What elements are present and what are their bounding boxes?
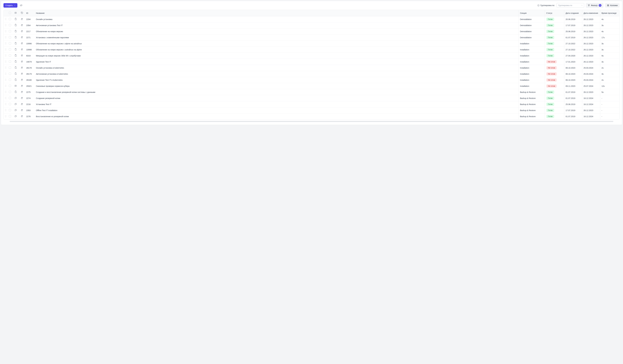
cell-name[interactable]: Обновление на новую версию с alpine на a… <box>35 40 518 47</box>
cell-name[interactable]: Установка с изменёнными паролями <box>35 35 518 40</box>
columns-button[interactable]: Колонки <box>605 3 620 8</box>
table-row[interactable]: 10996Обновление на новую версию с alpine… <box>4 40 619 47</box>
col-header-name[interactable]: Название <box>35 10 518 16</box>
cell-name[interactable]: Автономная установка Test IT <box>35 22 518 28</box>
drag-handle-icon[interactable] <box>5 18 6 20</box>
row-checkbox[interactable] <box>9 54 11 57</box>
table-row[interactable]: 28179Автономная установка в kubernetesIn… <box>4 71 619 77</box>
hand-icon <box>21 66 23 69</box>
drag-handle-icon[interactable] <box>5 48 6 51</box>
table-row[interactable]: 2276Восстановление из резервной копииBac… <box>4 113 619 120</box>
table-row[interactable]: 2204Онлайн установкаDeinstallationГотов2… <box>4 16 619 22</box>
row-checkbox[interactable] <box>9 91 11 93</box>
drag-handle-icon[interactable] <box>5 97 6 99</box>
scrollbar-thumb[interactable] <box>10 121 613 122</box>
drag-handle-icon[interactable] <box>5 66 6 69</box>
cell-modified: 26.12.2023 <box>582 47 600 53</box>
row-checkbox[interactable] <box>9 48 11 51</box>
cell-name[interactable]: Обновление на новую версию <box>35 28 518 35</box>
row-checkbox[interactable] <box>9 61 11 63</box>
drag-handle-icon[interactable] <box>5 42 6 44</box>
cell-name[interactable]: Удаление Test IT <box>35 59 518 65</box>
drag-handle-icon[interactable] <box>5 85 6 87</box>
horizontal-scrollbar[interactable] <box>3 121 620 123</box>
col-header-type[interactable] <box>13 10 19 16</box>
cell-name[interactable]: Смоковые проверки сервисов кубера <box>35 83 518 89</box>
create-button[interactable]: Создать <box>3 3 17 8</box>
cell-name[interactable]: Offline Test IT installation <box>35 107 518 113</box>
cell-name[interactable]: Миграция на новую версию 300к WI с атриб… <box>35 53 518 59</box>
cell-name[interactable]: Создание и восстановление резервной копи… <box>35 89 518 95</box>
col-header-created[interactable]: Дата создания <box>564 10 582 16</box>
select-all-checkbox[interactable] <box>9 12 11 14</box>
drag-handle-icon[interactable] <box>5 91 6 93</box>
table-row[interactable]: 29321Смоковые проверки сервисов кубераIn… <box>4 83 619 89</box>
row-checkbox[interactable] <box>9 97 11 99</box>
table-row[interactable]: 2275Создание и восстановление резервной … <box>4 89 619 95</box>
row-checkbox[interactable] <box>9 79 11 81</box>
filter-button[interactable]: Фильтр 1 <box>586 3 603 8</box>
cell-name[interactable]: Онлайн установка в kubernetes <box>35 65 518 71</box>
cell-status: Готов <box>545 35 564 40</box>
table-row[interactable]: 2216Установка Test ITBackup & RestoreГот… <box>4 101 619 107</box>
chevron-down-icon <box>14 4 16 6</box>
upload-button[interactable] <box>19 3 23 7</box>
col-header-id[interactable]: ID <box>25 10 35 16</box>
row-checkbox[interactable] <box>9 24 11 26</box>
status-badge: Готов <box>546 97 554 100</box>
table-row[interactable]: 2353Offline Test IT installationBackup &… <box>4 107 619 113</box>
row-checkbox[interactable] <box>9 103 11 105</box>
drag-handle-icon[interactable] <box>5 24 6 26</box>
col-header-modified[interactable]: Дата изменения <box>582 10 600 16</box>
cell-name[interactable]: Восстановление из резервной копии <box>35 113 518 120</box>
table-row[interactable]: 19079Удаление Test ITInstallationНе гото… <box>4 59 619 65</box>
row-checkbox[interactable] <box>9 18 11 20</box>
row-checkbox[interactable] <box>9 66 11 69</box>
cell-name[interactable]: Автономная установка в kubernetes <box>35 71 518 77</box>
drag-handle-icon[interactable] <box>5 61 6 63</box>
app-container: Создать Группировка по: Группировка по Ф… <box>1 1 622 125</box>
drag-handle-icon[interactable] <box>5 79 6 81</box>
drag-handle-icon[interactable] <box>5 30 6 32</box>
drag-handle-icon[interactable] <box>5 36 6 38</box>
cell-name[interactable]: Обновление на новую версию с astralinux … <box>35 47 518 53</box>
drag-handle-icon[interactable] <box>5 103 6 105</box>
cell-name[interactable]: Установка Test IT <box>35 101 518 107</box>
drag-handle-icon[interactable] <box>5 54 6 57</box>
cell-modified: 25.03.2024 <box>582 77 600 83</box>
row-checkbox[interactable] <box>9 42 11 44</box>
row-checkbox[interactable] <box>9 109 11 111</box>
table-row[interactable]: 28178Онлайн установка в kubernetesInstal… <box>4 65 619 71</box>
cell-duration: 3s <box>600 71 619 77</box>
group-by-label-wrap: Группировка по: <box>537 4 555 6</box>
drag-handle-icon[interactable] <box>5 109 6 111</box>
testcase-type-icon <box>14 109 17 111</box>
col-header-priority[interactable] <box>19 10 25 16</box>
row-checkbox[interactable] <box>9 30 11 32</box>
col-header-section[interactable]: Секция <box>518 10 545 16</box>
cell-id: 2275 <box>25 89 35 95</box>
table-row[interactable]: 2217Обновление на новую версиюDeinstalla… <box>4 28 619 35</box>
row-checkbox[interactable] <box>9 115 11 117</box>
cell-id: 2353 <box>25 107 35 113</box>
table-row[interactable]: 2271Установка с изменёнными паролямиDein… <box>4 35 619 40</box>
col-header-duration[interactable]: Время прохожде <box>600 10 619 16</box>
testcase-type-icon <box>14 18 17 20</box>
col-header-status[interactable]: Статус <box>545 10 564 16</box>
row-checkbox[interactable] <box>9 85 11 87</box>
cell-name[interactable]: Онлайн установка <box>35 16 518 22</box>
group-by-select-wrap: Группировка по <box>556 3 584 8</box>
table-row[interactable]: 28180Удаление Test IT в kubernetesInstal… <box>4 77 619 83</box>
row-checkbox[interactable] <box>9 73 11 75</box>
group-by-select[interactable]: Группировка по <box>556 3 584 8</box>
table-row[interactable]: 2274Создание резервной копииBackup & Res… <box>4 95 619 101</box>
cell-name[interactable]: Удаление Test IT в kubernetes <box>35 77 518 83</box>
row-checkbox[interactable] <box>9 36 11 38</box>
cell-section: Installation <box>518 65 545 71</box>
drag-handle-icon[interactable] <box>5 73 6 75</box>
cell-name[interactable]: Создание резервной копии <box>35 95 518 101</box>
table-row[interactable]: 10998Обновление на новую версию с astral… <box>4 47 619 53</box>
table-row[interactable]: 2354Автономная установка Test ITDeinstal… <box>4 22 619 28</box>
table-row[interactable]: 6319Миграция на новую версию 300к WI с а… <box>4 53 619 59</box>
drag-handle-icon[interactable] <box>5 115 6 117</box>
